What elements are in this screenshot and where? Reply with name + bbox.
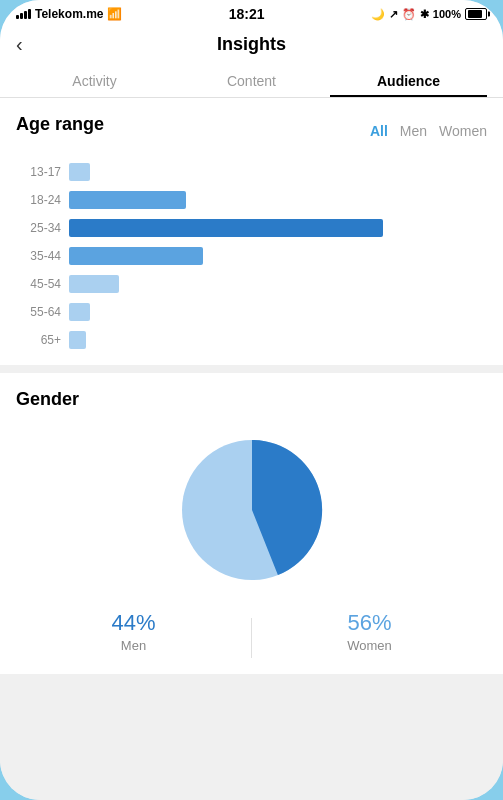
- women-percentage: 56%: [252, 610, 487, 636]
- bar-container: [69, 219, 487, 237]
- bar: [69, 219, 383, 237]
- tab-activity[interactable]: Activity: [16, 65, 173, 97]
- header: ‹ Insights Activity Content Audience: [0, 26, 503, 98]
- bluetooth-icon: ✱: [420, 8, 429, 21]
- bar-row-5564: 55-64: [26, 303, 487, 321]
- bar-container: [69, 275, 487, 293]
- wifi-icon: 📶: [107, 7, 122, 21]
- filter-all[interactable]: All: [370, 123, 388, 139]
- bar-label: 55-64: [26, 305, 61, 319]
- bar-row-3544: 35-44: [26, 247, 487, 265]
- bar-row-1317: 13-17: [26, 163, 487, 181]
- men-percentage: 44%: [16, 610, 251, 636]
- battery-icon: [465, 8, 487, 20]
- women-stat: 56% Women: [252, 610, 487, 653]
- gender-pie-chart: [172, 430, 332, 590]
- bar-row-2534: 25-34: [26, 219, 487, 237]
- pie-container: [16, 430, 487, 590]
- bar-label: 45-54: [26, 277, 61, 291]
- women-label: Women: [252, 638, 487, 653]
- status-time: 18:21: [229, 6, 265, 22]
- tabs-bar: Activity Content Audience: [16, 65, 487, 97]
- status-right: 🌙 ↗ ⏰ ✱ 100%: [371, 8, 487, 21]
- bar: [69, 163, 90, 181]
- bar-label: 65+: [26, 333, 61, 347]
- men-label: Men: [16, 638, 251, 653]
- bar: [69, 303, 90, 321]
- moon-icon: 🌙: [371, 8, 385, 21]
- tab-content[interactable]: Content: [173, 65, 330, 97]
- signal-icon: [16, 9, 31, 19]
- bar-label: 25-34: [26, 221, 61, 235]
- phone-frame: Telekom.me 📶 18:21 🌙 ↗ ⏰ ✱ 100% ‹ Insigh…: [0, 0, 503, 800]
- bar-row-65plus: 65+: [26, 331, 487, 349]
- bar-row-1824: 18-24: [26, 191, 487, 209]
- carrier-text: Telekom.me: [35, 7, 103, 21]
- header-top: ‹ Insights: [16, 34, 487, 65]
- bar-label: 13-17: [26, 165, 61, 179]
- bar-row-4554: 45-54: [26, 275, 487, 293]
- bar-container: [69, 303, 487, 321]
- status-bar: Telekom.me 📶 18:21 🌙 ↗ ⏰ ✱ 100%: [0, 0, 503, 26]
- bar-container: [69, 163, 487, 181]
- status-left: Telekom.me 📶: [16, 7, 122, 21]
- bar-container: [69, 191, 487, 209]
- gender-section: Gender: [0, 373, 503, 674]
- page-title: Insights: [217, 34, 286, 55]
- alarm-icon: ⏰: [402, 8, 416, 21]
- bar-label: 18-24: [26, 193, 61, 207]
- filter-women[interactable]: Women: [439, 123, 487, 139]
- location-icon: ↗: [389, 8, 398, 21]
- age-range-section: Age range All Men Women 13-17 18-24: [0, 98, 503, 365]
- bar: [69, 331, 86, 349]
- bar-label: 35-44: [26, 249, 61, 263]
- bar-container: [69, 247, 487, 265]
- gender-title: Gender: [16, 389, 487, 410]
- battery-text: 100%: [433, 8, 461, 20]
- bar: [69, 247, 203, 265]
- men-stat: 44% Men: [16, 610, 251, 653]
- age-range-header: Age range All Men Women: [16, 114, 487, 147]
- main-content: Age range All Men Women 13-17 18-24: [0, 98, 503, 800]
- age-filter-tabs: All Men Women: [370, 123, 487, 139]
- bar: [69, 275, 119, 293]
- tab-audience[interactable]: Audience: [330, 65, 487, 97]
- gender-stats: 44% Men 56% Women: [16, 610, 487, 658]
- age-range-title: Age range: [16, 114, 104, 135]
- back-button[interactable]: ‹: [16, 33, 23, 56]
- bar-container: [69, 331, 487, 349]
- filter-men[interactable]: Men: [400, 123, 427, 139]
- age-bar-chart: 13-17 18-24 25-34: [16, 163, 487, 349]
- bar: [69, 191, 186, 209]
